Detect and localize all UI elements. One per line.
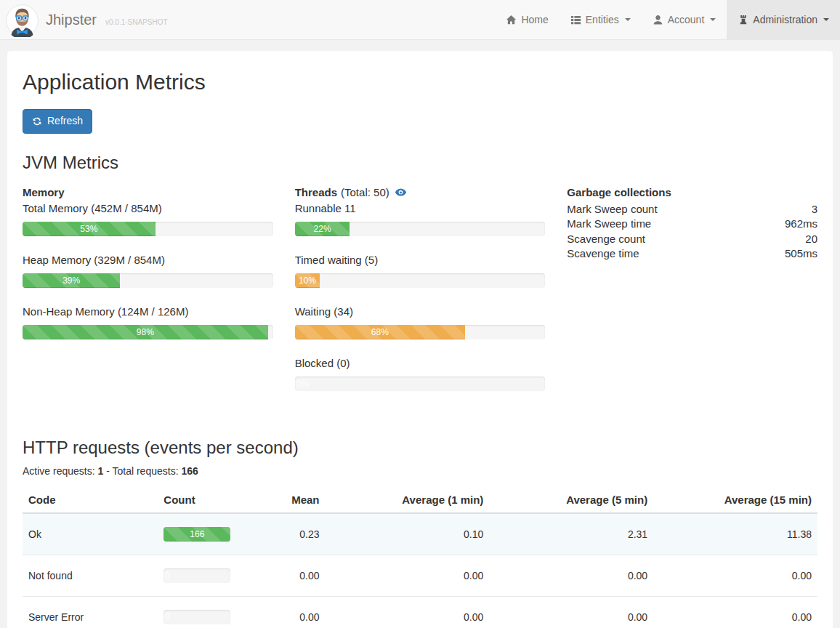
timed-waiting-progress: 10% xyxy=(295,273,546,288)
http-requests-table: Code Count Mean Average (1 min) Average … xyxy=(23,487,817,628)
memory-heading: Memory xyxy=(23,186,273,198)
timed-waiting-metric: Timed waiting (5) 10% xyxy=(295,254,546,288)
progress-bar-value: 10% xyxy=(299,275,316,286)
nav-item-administration[interactable]: Administration xyxy=(727,0,840,39)
gc-heading: Garbage collections xyxy=(567,186,817,198)
progress-bar-fill: 0 xyxy=(163,568,182,583)
blocked-progress: 0% xyxy=(295,377,546,391)
brand[interactable]: Jhipster v0.0.1-SNAPSHOT xyxy=(0,0,168,39)
gc-label: Scavenge count xyxy=(567,232,645,247)
avg1-cell: 0.00 xyxy=(326,555,490,596)
refresh-button[interactable]: Refresh xyxy=(23,109,92,134)
gc-label: Mark Sweep count xyxy=(567,202,657,217)
nav-item-entities[interactable]: Entities xyxy=(560,0,642,39)
count-value: 0 xyxy=(165,612,170,622)
progress-bar-fill: 22% xyxy=(295,222,350,236)
gc-value: 20 xyxy=(805,232,817,247)
content-card: Application Metrics Refresh JVM Metrics … xyxy=(7,51,833,628)
code-cell: Server Error xyxy=(23,596,158,628)
progress-bar-fill: 0% xyxy=(295,377,314,391)
gc-row-mark-sweep-time: Mark Sweep time 962ms xyxy=(567,217,817,232)
navbar: Jhipster v0.0.1-SNAPSHOT Home Entities A… xyxy=(0,0,840,40)
home-icon xyxy=(506,15,517,25)
eye-icon[interactable] xyxy=(395,186,407,198)
progress-bar-fill: 166 xyxy=(163,527,230,542)
tower-icon xyxy=(738,15,748,25)
progress-bar-value: 68% xyxy=(371,327,389,337)
main-nav: Home Entities Account Administration xyxy=(495,0,840,39)
gc-value: 962ms xyxy=(785,217,817,232)
chevron-down-icon xyxy=(823,18,829,21)
nav-label: Entities xyxy=(586,14,619,25)
chevron-down-icon xyxy=(710,18,716,21)
table-row-server-error: Server Error 0 0.00 0.00 0.00 0.00 xyxy=(23,596,817,628)
refresh-icon xyxy=(32,116,42,126)
chevron-down-icon xyxy=(625,18,631,21)
avg5-cell: 0.00 xyxy=(489,596,653,628)
runnable-progress: 22% xyxy=(295,222,546,236)
heap-memory-metric: Heap Memory (329M / 854M) 39% xyxy=(23,254,273,288)
progress-bar-fill: 53% xyxy=(23,222,156,236)
gc-value: 3 xyxy=(812,202,817,217)
gc-row-mark-sweep-count: Mark Sweep count 3 xyxy=(567,202,817,217)
timed-waiting-label: Timed waiting (5) xyxy=(295,254,546,266)
avg1-cell: 0.10 xyxy=(326,513,490,555)
waiting-label: Waiting (34) xyxy=(295,305,546,318)
blocked-label: Blocked (0) xyxy=(295,357,546,369)
waiting-progress: 68% xyxy=(295,325,546,339)
count-value: 0 xyxy=(165,571,170,581)
avg5-cell: 0.00 xyxy=(489,555,653,596)
gc-row-scavenge-time: Scavenge time 505ms xyxy=(567,246,817,262)
nav-item-account[interactable]: Account xyxy=(642,0,727,39)
table-row-not-found: Not found 0 0.00 0.00 0.00 0.00 xyxy=(23,555,817,596)
avg15-cell: 0.00 xyxy=(653,596,817,628)
active-requests-label: Active requests: xyxy=(23,465,95,477)
count-cell: 0 xyxy=(158,555,254,596)
table-row-ok: Ok 166 0.23 0.10 2.31 11.38 xyxy=(23,513,817,555)
threads-heading: Threads xyxy=(295,186,337,198)
waiting-metric: Waiting (34) 68% xyxy=(295,305,546,339)
brand-title: Jhipster xyxy=(46,12,97,28)
list-icon xyxy=(570,15,581,25)
progress-bar-value: 98% xyxy=(137,327,154,337)
jvm-metrics-heading: JVM Metrics xyxy=(23,153,817,173)
count-progress: 0 xyxy=(163,610,230,624)
progress-bar-value: 53% xyxy=(80,224,97,234)
user-icon xyxy=(653,15,663,25)
gc-row-scavenge-count: Scavenge count 20 xyxy=(567,232,817,247)
progress-bar-value: 0% xyxy=(296,379,309,389)
total-memory-progress: 53% xyxy=(23,222,273,236)
gc-label: Mark Sweep time xyxy=(567,217,651,232)
total-requests-label: Total requests: xyxy=(113,465,179,477)
total-memory-label: Total Memory (452M / 854M) xyxy=(23,202,273,214)
brand-version: v0.0.1-SNAPSHOT xyxy=(105,18,168,26)
http-requests-heading: HTTP requests (events per second) xyxy=(23,438,817,458)
count-value: 166 xyxy=(190,529,204,539)
total-requests-value: 166 xyxy=(181,465,198,477)
mean-cell: 0.00 xyxy=(254,596,326,628)
nonheap-memory-metric: Non-Heap Memory (124M / 126M) 98% xyxy=(23,305,273,339)
count-cell: 166 xyxy=(158,513,254,555)
progress-bar-fill: 39% xyxy=(23,273,120,288)
active-requests-value: 1 xyxy=(98,465,104,477)
page-title: Application Metrics xyxy=(23,70,817,94)
progress-bar-fill: 0 xyxy=(163,610,182,624)
nonheap-memory-label: Non-Heap Memory (124M / 126M) xyxy=(23,305,273,318)
code-cell: Not found xyxy=(23,555,158,596)
jvm-metrics-grid: Memory Total Memory (452M / 854M) 53% He… xyxy=(23,186,817,408)
requests-summary: Active requests: 1 - Total requests: 166 xyxy=(23,465,817,477)
progress-bar-value: 39% xyxy=(62,275,80,286)
threads-column: Threads (Total: 50) Runnable 11 22% Time… xyxy=(295,186,568,408)
memory-column: Memory Total Memory (452M / 854M) 53% He… xyxy=(23,186,295,408)
count-cell: 0 xyxy=(158,596,254,628)
nav-item-home[interactable]: Home xyxy=(495,0,559,39)
heap-memory-progress: 39% xyxy=(23,273,273,288)
progress-bar-fill: 98% xyxy=(23,325,268,339)
progress-bar-value: 22% xyxy=(314,224,331,234)
count-progress: 166 xyxy=(163,527,230,542)
progress-bar-fill: 10% xyxy=(295,273,320,288)
heap-memory-label: Heap Memory (329M / 854M) xyxy=(23,254,273,266)
mean-cell: 0.23 xyxy=(254,513,326,555)
gc-value: 505ms xyxy=(785,246,817,262)
column-header-avg15: Average (15 min) xyxy=(653,487,817,513)
